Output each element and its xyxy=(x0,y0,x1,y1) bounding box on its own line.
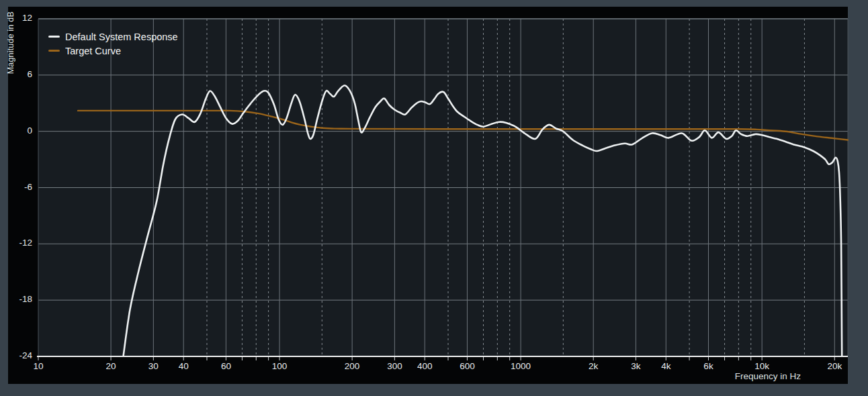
legend-item-default-system-response: Default System Response xyxy=(48,30,178,44)
legend-line-swatch-target xyxy=(48,50,60,52)
legend-line-swatch-response xyxy=(48,36,60,38)
app-background: { "chart": { "y_axis": { "title": "Magni… xyxy=(0,0,868,396)
legend-label-response: Default System Response xyxy=(65,32,178,42)
legend: Default System Response Target Curve xyxy=(48,30,178,58)
legend-item-target-curve: Target Curve xyxy=(48,44,178,58)
legend-label-target: Target Curve xyxy=(65,46,121,56)
chart-canvas xyxy=(8,7,848,384)
